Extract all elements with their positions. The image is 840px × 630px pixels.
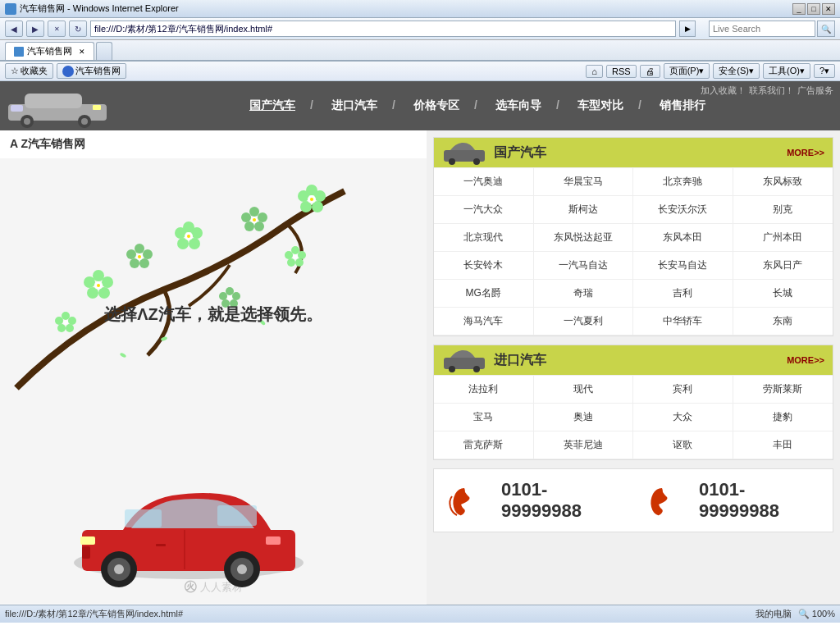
toolbar-bar: ☆ 收藏夹 汽车销售网 ⌂ RSS 🖨 页面(P)▾ 安全(S)▾ 工具(O)▾…: [0, 62, 840, 81]
restore-button[interactable]: □: [807, 3, 820, 15]
nav-rank[interactable]: 销售排行: [641, 98, 724, 113]
domestic-car-cell[interactable]: 长城: [733, 280, 833, 308]
import-car-cell[interactable]: 英菲尼迪: [534, 431, 634, 459]
search-input[interactable]: [709, 21, 815, 37]
svg-point-55: [291, 246, 299, 254]
tools-menu[interactable]: 工具(O)▾: [763, 63, 810, 79]
import-car-cell[interactable]: 丰田: [733, 431, 833, 459]
print-button[interactable]: 🖨: [640, 65, 660, 78]
domestic-section-header: 国产汽车 MORE>>: [434, 138, 833, 167]
import-car-cell[interactable]: 捷豹: [733, 404, 833, 431]
stop-button[interactable]: ✕: [48, 21, 66, 37]
import-car-cell[interactable]: 大众: [633, 404, 733, 431]
domestic-car-cell[interactable]: 东风本田: [633, 224, 733, 252]
import-section-header: 进口汽车 MORE>>: [434, 345, 833, 375]
domestic-car-cell[interactable]: 东风日产: [733, 252, 833, 280]
address-bar[interactable]: file:///D:/素材/第12章/汽车销售网/index.html#: [90, 21, 676, 37]
page-menu[interactable]: 页面(P)▾: [664, 63, 710, 79]
svg-point-15: [135, 244, 144, 253]
import-more-link[interactable]: MORE>>: [787, 355, 824, 365]
domestic-car-cell[interactable]: 别克: [733, 196, 833, 224]
safety-menu[interactable]: 安全(S)▾: [713, 63, 760, 79]
domestic-car-cell[interactable]: 北京奔驰: [633, 168, 733, 196]
top-link-contact[interactable]: 联系我们！: [749, 84, 794, 97]
forward-button[interactable]: ▶: [26, 21, 44, 37]
nav-import[interactable]: 进口汽车: [313, 98, 395, 113]
new-tab-button[interactable]: [96, 42, 112, 60]
refresh-button[interactable]: ↻: [69, 21, 87, 37]
import-car-cell[interactable]: 奥迪: [534, 404, 634, 431]
ie-link[interactable]: 汽车销售网: [57, 63, 126, 79]
minimize-button[interactable]: _: [792, 3, 806, 15]
domestic-car-cell[interactable]: 长安沃尔沃: [633, 196, 733, 224]
domestic-car-cell[interactable]: 一汽马自达: [534, 252, 634, 280]
domestic-section-title: 国产汽车: [494, 144, 780, 162]
help-menu[interactable]: ?▾: [814, 64, 835, 78]
domestic-car-cell[interactable]: 奇瑞: [534, 280, 634, 308]
phone-svg-2: [641, 484, 682, 517]
title-bar-left: 汽车销售网 - Windows Internet Explorer: [5, 2, 179, 15]
phone-icon-2: [641, 484, 682, 517]
import-car-cell[interactable]: 雷克萨斯: [434, 431, 534, 459]
nav-guide[interactable]: 选车向导: [477, 98, 559, 113]
svg-rect-78: [82, 546, 90, 559]
back-button[interactable]: ◀: [5, 21, 23, 37]
import-car-cell[interactable]: 宾利: [633, 376, 733, 404]
rss-button[interactable]: RSS: [606, 65, 637, 78]
tab-close-icon[interactable]: ✕: [79, 48, 85, 56]
import-car-cell[interactable]: 宝马: [434, 404, 534, 431]
title-controls[interactable]: _ □ ✕: [792, 3, 835, 15]
domestic-car-cell[interactable]: 海马汽车: [434, 308, 534, 336]
browser-frame: 汽车销售网 - Windows Internet Explorer _ □ ✕ …: [0, 0, 840, 81]
svg-point-9: [102, 276, 113, 288]
right-panel: 国产汽车 MORE>> 一汽奥迪华晨宝马北京奔驰东风标致一汽大众斯柯达长安沃尔沃…: [427, 130, 840, 605]
header-car-svg: [4, 84, 111, 129]
domestic-car-cell[interactable]: 一汽奥迪: [434, 168, 534, 196]
header-car-area: [0, 84, 115, 129]
svg-rect-74: [80, 536, 95, 545]
domestic-car-cell[interactable]: 北京现代: [434, 224, 534, 252]
domestic-header-car: [442, 140, 487, 165]
domestic-car-cell[interactable]: MG名爵: [434, 280, 534, 308]
nav-compare[interactable]: 车型对比: [559, 98, 641, 113]
svg-point-56: [298, 251, 306, 259]
navigation-bar: ◀ ▶ ✕ ↻ file:///D:/素材/第12章/汽车销售网/index.h…: [0, 18, 840, 40]
svg-point-81: [473, 158, 480, 165]
site-top-links: 加入收藏！ 联系我们！ 广告服务: [701, 84, 833, 97]
import-car-cell[interactable]: 讴歌: [633, 431, 733, 459]
domestic-car-cell[interactable]: 中华轿车: [633, 308, 733, 336]
browser-icon: [5, 3, 16, 15]
domestic-car-cell[interactable]: 长安马自达: [633, 252, 733, 280]
svg-point-12: [84, 276, 95, 288]
status-zone: 我的电脑: [756, 608, 792, 620]
banner-area: 选择ΛΖ汽车，就是选择领先。: [0, 158, 427, 604]
domestic-car-cell[interactable]: 吉利: [633, 280, 733, 308]
go-button[interactable]: ▶: [679, 21, 696, 37]
svg-point-70: [114, 564, 124, 574]
search-button[interactable]: 🔍: [817, 21, 835, 37]
close-button[interactable]: ✕: [822, 3, 835, 15]
toolbar-right: ⌂ RSS 🖨 页面(P)▾ 安全(S)▾ 工具(O)▾ ?▾: [586, 63, 835, 79]
page-content: 加入收藏！ 联系我们！ 广告服务 国产汽车 进口汽车 价格专区 选车向导: [0, 81, 840, 605]
domestic-car-cell[interactable]: 广州本田: [733, 224, 833, 252]
import-car-cell[interactable]: 劳斯莱斯: [733, 376, 833, 404]
domestic-car-cell[interactable]: 斯柯达: [534, 196, 634, 224]
browser-tab-active[interactable]: 汽车销售网 ✕: [5, 42, 94, 60]
import-car-cell[interactable]: 法拉利: [434, 376, 534, 404]
top-link-favorites[interactable]: 加入收藏！: [701, 84, 746, 97]
domestic-car-cell[interactable]: 东风悦达起亚: [534, 224, 634, 252]
domestic-car-cell[interactable]: 东风标致: [733, 168, 833, 196]
domestic-car-cell[interactable]: 长安铃木: [434, 252, 534, 280]
home-button[interactable]: ⌂: [586, 65, 603, 78]
nav-price[interactable]: 价格专区: [395, 98, 477, 113]
import-car-cell[interactable]: 现代: [534, 376, 634, 404]
top-link-ads[interactable]: 广告服务: [797, 84, 833, 97]
domestic-car-cell[interactable]: 华晨宝马: [534, 168, 634, 196]
domestic-car-cell[interactable]: 一汽夏利: [534, 308, 634, 336]
domestic-more-link[interactable]: MORE>>: [787, 148, 824, 158]
domestic-car-cell[interactable]: 东南: [733, 308, 833, 336]
favorites-button[interactable]: ☆ 收藏夹: [5, 63, 53, 79]
domestic-car-cell[interactable]: 一汽大众: [434, 196, 534, 224]
svg-point-31: [254, 221, 264, 231]
nav-domestic[interactable]: 国产汽车: [231, 98, 313, 113]
